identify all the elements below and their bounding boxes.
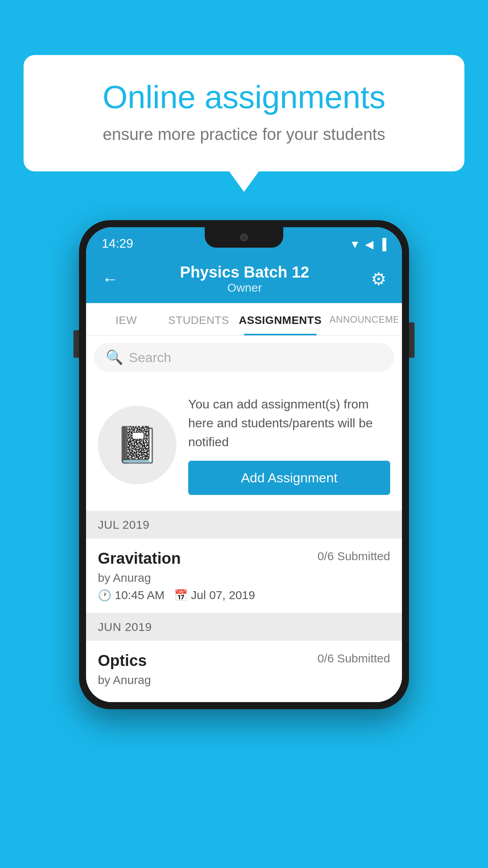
header-title-area: Physics Batch 12 Owner (180, 263, 309, 294)
content-area: 🔍 Search 📓 You can add assignment(s) fro… (86, 336, 402, 702)
phone-mockup: 14:29 ▼ ◀ ▐ ← Physics Batch 12 Owner ⚙ (79, 220, 409, 709)
calendar-icon: 📅 (174, 589, 188, 602)
assignment-icon-circle: 📓 (98, 406, 176, 484)
bubble-subtitle: ensure more practice for your students (51, 125, 437, 144)
add-assignment-button[interactable]: Add Assignment (188, 461, 390, 495)
assignment-meta: 🕐 10:45 AM 📅 Jul 07, 2019 (98, 588, 390, 602)
clock-icon: 🕐 (98, 589, 112, 602)
assignment-time: 🕐 10:45 AM (98, 588, 165, 602)
assignment-item-top: Gravitation 0/6 Submitted (98, 550, 390, 567)
search-bar[interactable]: 🔍 Search (94, 343, 394, 372)
app-header: ← Physics Batch 12 Owner ⚙ (86, 256, 402, 303)
notebook-icon: 📓 (115, 424, 159, 465)
phone-outer: 14:29 ▼ ◀ ▐ ← Physics Batch 12 Owner ⚙ (79, 220, 409, 709)
header-subtitle: Owner (180, 281, 309, 294)
status-icons: ▼ ◀ ▐ (349, 238, 386, 251)
header-title: Physics Batch 12 (180, 263, 309, 281)
signal-icon: ◀ (365, 238, 374, 251)
add-assignment-section: 📓 You can add assignment(s) from here an… (86, 379, 402, 511)
assignment-date: 📅 Jul 07, 2019 (174, 588, 255, 602)
search-icon: 🔍 (106, 349, 123, 366)
tab-announcements[interactable]: ANNOUNCEME... (326, 303, 398, 335)
assignment-author-optics: by Anurag (98, 673, 390, 687)
section-header-jun: JUN 2019 (86, 613, 402, 641)
phone-notch (205, 227, 283, 248)
assignment-author: by Anurag (98, 571, 390, 585)
status-time: 14:29 (102, 236, 133, 251)
settings-icon[interactable]: ⚙ (371, 269, 386, 289)
bubble-title: Online assignments (51, 79, 437, 116)
tab-bar: IEW STUDENTS ASSIGNMENTS ANNOUNCEME... (86, 303, 402, 336)
battery-icon: ▐ (378, 238, 386, 251)
assignment-submitted: 0/6 Submitted (317, 550, 390, 563)
section-header-jul: JUL 2019 (86, 511, 402, 539)
camera-dot (240, 234, 248, 241)
search-bar-container: 🔍 Search (86, 336, 402, 379)
add-assignment-description: You can add assignment(s) from here and … (188, 395, 390, 451)
search-input-placeholder[interactable]: Search (129, 350, 171, 365)
tab-students[interactable]: STUDENTS (162, 303, 235, 335)
add-assignment-right: You can add assignment(s) from here and … (188, 395, 390, 495)
assignment-submitted-optics: 0/6 Submitted (317, 652, 390, 665)
assignment-item-optics[interactable]: Optics 0/6 Submitted by Anurag (86, 641, 402, 702)
assignment-item-top-optics: Optics 0/6 Submitted (98, 652, 390, 669)
speech-bubble: Online assignments ensure more practice … (24, 55, 464, 171)
assignment-name: Gravitation (98, 550, 181, 567)
back-button[interactable]: ← (102, 271, 118, 287)
speech-bubble-area: Online assignments ensure more practice … (24, 55, 464, 171)
wifi-icon: ▼ (349, 238, 360, 251)
assignment-name-optics: Optics (98, 652, 147, 669)
tab-overview[interactable]: IEW (90, 303, 162, 335)
assignment-item-gravitation[interactable]: Gravitation 0/6 Submitted by Anurag 🕐 10… (86, 539, 402, 613)
tab-assignments[interactable]: ASSIGNMENTS (235, 303, 326, 335)
phone-inner: 14:29 ▼ ◀ ▐ ← Physics Batch 12 Owner ⚙ (86, 227, 402, 702)
